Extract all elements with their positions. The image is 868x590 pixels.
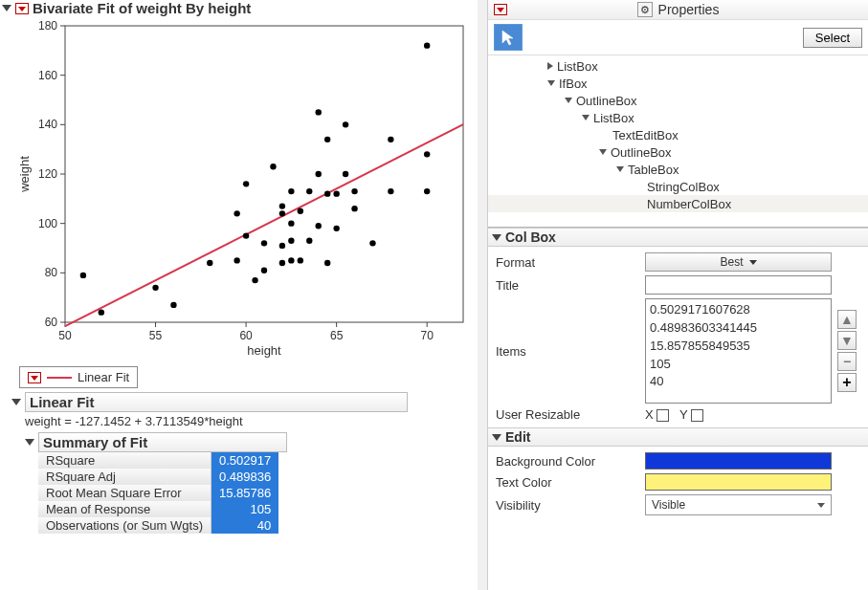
- svg-text:55: 55: [149, 329, 163, 342]
- tree-item[interactable]: TextEditBox: [488, 126, 868, 143]
- red-menu-icon[interactable]: [494, 4, 507, 15]
- tree-disclosure-icon[interactable]: [547, 80, 555, 86]
- move-up-button[interactable]: ▲: [837, 310, 857, 329]
- pointer-tool[interactable]: [494, 24, 523, 51]
- fit-equation: weight = -127.1452 + 3.7113549*height: [11, 412, 487, 432]
- tree-item[interactable]: NumberColBox: [488, 195, 868, 212]
- svg-text:100: 100: [38, 217, 57, 230]
- svg-point-34: [234, 210, 239, 216]
- tree-item[interactable]: IfBox: [488, 75, 868, 92]
- edit-properties: Background Color Text Color Visibility V…: [488, 447, 868, 521]
- tree-disclosure-icon[interactable]: [547, 62, 553, 70]
- format-combo[interactable]: Best: [645, 252, 832, 272]
- svg-point-64: [351, 188, 357, 194]
- svg-point-28: [80, 273, 86, 278]
- colbox-section-header: Col Box: [488, 228, 868, 247]
- disclosure-icon[interactable]: [2, 5, 11, 11]
- svg-point-56: [324, 260, 330, 266]
- tree-item[interactable]: ListBox: [488, 109, 868, 126]
- linear-fit-outline: Linear Fit weight = -127.1452 + 3.711354…: [11, 392, 487, 534]
- scrollbar-vertical[interactable]: [478, 0, 487, 590]
- summary-title: Summary of Fit: [38, 432, 287, 452]
- user-resizable-controls: X Y: [645, 407, 832, 422]
- items-side-buttons: ▲ ▼ − +: [837, 310, 860, 392]
- text-color-swatch[interactable]: [645, 473, 832, 491]
- scatter-chart[interactable]: 60801001201401601805055606570heightweigh…: [13, 16, 473, 361]
- colbox-section-title: Col Box: [505, 229, 556, 245]
- red-menu-icon[interactable]: [15, 3, 29, 14]
- bivariate-header: Bivariate Fit of weight By height: [0, 0, 487, 16]
- format-value: Best: [720, 255, 743, 269]
- svg-point-46: [288, 238, 294, 244]
- svg-text:height: height: [247, 343, 281, 358]
- svg-point-51: [306, 238, 312, 244]
- move-down-button[interactable]: ▼: [837, 331, 857, 350]
- bg-color-swatch[interactable]: [645, 452, 832, 470]
- svg-point-60: [333, 190, 339, 196]
- remove-button[interactable]: −: [837, 352, 857, 371]
- svg-point-32: [207, 260, 212, 266]
- svg-text:180: 180: [38, 19, 57, 33]
- disclosure-icon[interactable]: [11, 399, 21, 405]
- title-label: Title: [496, 278, 639, 293]
- items-listbox[interactable]: 0.50291716076280.4898360334144515.857855…: [645, 298, 832, 404]
- svg-point-39: [261, 240, 267, 246]
- tree-item[interactable]: ListBox: [488, 57, 868, 75]
- display-tree[interactable]: ListBoxIfBoxOutlineBoxListBoxTextEditBox…: [488, 55, 868, 228]
- svg-point-33: [234, 257, 239, 263]
- disclosure-icon[interactable]: [492, 434, 501, 441]
- list-item[interactable]: 40: [650, 373, 827, 391]
- svg-point-67: [388, 137, 393, 142]
- add-button[interactable]: +: [837, 373, 857, 392]
- svg-point-29: [99, 309, 104, 315]
- visibility-combo[interactable]: Visible: [645, 494, 832, 515]
- colbox-properties: Format Best Title Items 0.50291716076280…: [488, 247, 868, 427]
- select-button[interactable]: Select: [803, 28, 862, 48]
- svg-point-38: [261, 268, 267, 273]
- svg-point-52: [306, 188, 312, 194]
- bivariate-title: Bivariate Fit of weight By height: [33, 0, 251, 16]
- chevron-down-icon: [749, 260, 757, 265]
- user-resizable-x-label: X: [645, 407, 654, 422]
- list-item[interactable]: 105: [650, 356, 827, 374]
- red-menu-icon[interactable]: [28, 372, 41, 383]
- svg-point-70: [424, 42, 430, 48]
- fit-row-label: RSquare Adj: [38, 469, 211, 485]
- tree-item[interactable]: OutlineBox: [488, 143, 868, 161]
- user-resizable-y-label: Y: [679, 407, 687, 422]
- fit-row-label: Mean of Response: [38, 501, 211, 517]
- tree-item[interactable]: TableBox: [488, 161, 868, 178]
- disclosure-icon[interactable]: [492, 234, 501, 241]
- tree-item[interactable]: StringColBox: [488, 178, 868, 195]
- tree-item-label: ListBox: [557, 59, 598, 74]
- tree-disclosure-icon[interactable]: [616, 166, 624, 172]
- tree-item[interactable]: OutlineBox: [488, 92, 868, 109]
- legend-linear-fit[interactable]: Linear Fit: [19, 366, 138, 388]
- list-item[interactable]: 0.5029171607628: [650, 301, 827, 319]
- properties-gear-icon[interactable]: ⚙: [637, 2, 653, 17]
- fit-row-value: 105: [211, 501, 279, 517]
- user-resizable-y-checkbox[interactable]: [691, 409, 703, 422]
- properties-toolbar: Select: [488, 20, 868, 55]
- list-item[interactable]: 15.857855849535: [650, 338, 827, 356]
- user-resizable-x-checkbox[interactable]: [657, 409, 669, 422]
- svg-text:weight: weight: [17, 156, 32, 193]
- fit-row-label: Observations (or Sum Wgts): [38, 517, 211, 534]
- list-item[interactable]: 0.48983603341445: [650, 319, 827, 338]
- linear-fit-title: Linear Fit: [25, 392, 408, 412]
- tree-disclosure-icon[interactable]: [582, 115, 590, 120]
- text-color-label: Text Color: [496, 475, 639, 490]
- svg-text:60: 60: [45, 316, 58, 329]
- svg-point-55: [316, 109, 322, 115]
- svg-point-30: [152, 285, 158, 291]
- svg-point-63: [351, 206, 357, 211]
- tree-disclosure-icon[interactable]: [599, 149, 607, 155]
- table-row: RSquare0.502917: [38, 452, 278, 469]
- title-input[interactable]: [645, 275, 832, 295]
- tree-disclosure-icon[interactable]: [565, 98, 572, 103]
- tree-item-label: TableBox: [628, 163, 679, 177]
- svg-point-58: [324, 137, 330, 142]
- disclosure-icon[interactable]: [25, 439, 34, 446]
- tree-item-label: NumberColBox: [647, 197, 731, 211]
- svg-point-40: [270, 164, 276, 169]
